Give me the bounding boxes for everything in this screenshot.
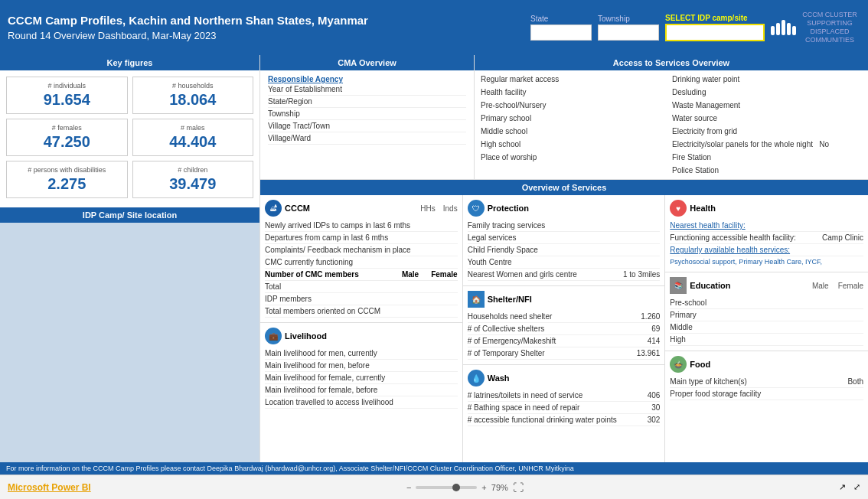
zoom-plus-icon[interactable]: + xyxy=(481,483,486,492)
access-drinking-water: Drinking water point xyxy=(672,73,862,85)
left-panel: Key figures # individuals 91.654 # house… xyxy=(0,55,260,462)
cccm-members-label: Number of CMC members xyxy=(265,270,359,279)
idp-select[interactable]: Todos ▾ xyxy=(665,24,765,41)
shelter-collective: # of Collective shelters69 xyxy=(468,323,661,335)
powerbi-bar: Microsoft Power BI − + 79% ⛶ ↗ ⤢ xyxy=(0,475,868,499)
powerbi-link[interactable]: Microsoft Power BI xyxy=(8,482,91,493)
stat-disabilities-value: 2.275 xyxy=(11,175,122,193)
fit-screen-icon[interactable]: ⛶ xyxy=(513,481,524,494)
shelter-temporary: # of Temporary Shelter13.961 xyxy=(468,347,661,360)
key-figures-header: Key figures xyxy=(0,55,259,70)
food-title: Food xyxy=(690,360,710,369)
access-desluding: Desluding xyxy=(672,86,862,98)
shelter-emergency: # of Emergency/Makeshift414 xyxy=(468,335,661,347)
health-tags: Psychosocial support, Primary Health Car… xyxy=(670,256,863,267)
idp-dropdown-group: SELECT IDP camp/site Todos ▾ xyxy=(665,14,765,41)
expand-icon[interactable]: ⤢ xyxy=(853,482,860,492)
cma-township: Township xyxy=(268,108,466,120)
cccm-title: CCCM xyxy=(285,204,310,213)
top-row: CMA Overview Responsible Agency Year of … xyxy=(260,55,868,180)
cma-agency-link[interactable]: Responsible Agency xyxy=(268,75,466,83)
stat-individuals: # individuals 91.654 xyxy=(6,77,128,114)
zoom-controls: − + 79% ⛶ xyxy=(406,481,524,494)
access-fire: Fire Station xyxy=(672,152,862,163)
livelihood-icon: 💼 xyxy=(265,328,282,344)
livelihood-female-current: Main livelihood for female, currently xyxy=(265,372,458,384)
township-label: Township xyxy=(598,15,659,23)
health-title: Health xyxy=(690,204,716,213)
edu-primary: Primary xyxy=(670,309,863,321)
key-figures-grid: # individuals 91.654 # households 18.064… xyxy=(0,70,259,204)
logo-area: CCCM CLUSTER SUPPORTING DISPLACED COMMUN… xyxy=(771,11,860,44)
people-icon xyxy=(771,20,796,35)
status-text: For more information on the CCCM Camp Pr… xyxy=(6,465,574,472)
stat-females: # females 47.250 xyxy=(6,119,128,156)
cccm-female-label: Female xyxy=(431,270,457,279)
education-icon: 📚 xyxy=(670,277,687,294)
cma-year: Year of Establishment xyxy=(268,83,466,96)
food-subsection: 🍲 Food Main type of kitchen(s)Both Prope… xyxy=(665,351,868,405)
edu-middle: Middle xyxy=(670,321,863,334)
stat-households-label: # households xyxy=(138,82,249,90)
zoom-minus-icon[interactable]: − xyxy=(406,483,411,492)
education-subsection: 📚 Education Male Female Pre-school Prima… xyxy=(665,272,868,351)
health-available: Regularly available health services: xyxy=(670,244,863,256)
access-high: High school xyxy=(481,139,671,150)
idp-label: SELECT IDP camp/site xyxy=(665,14,765,22)
access-preschool: Pre-school/Nursery xyxy=(481,99,671,111)
shelter-title: Shelter/NFI xyxy=(488,295,532,304)
cma-header: CMA Overview xyxy=(260,55,474,70)
stat-individuals-label: # individuals xyxy=(11,82,122,90)
chevron-down-icon: ▾ xyxy=(649,28,654,38)
township-select[interactable]: Todos ▾ xyxy=(598,24,659,41)
wash-icon: 💧 xyxy=(468,370,485,386)
stat-males-value: 44.404 xyxy=(138,133,249,151)
header-controls: State Todos ▾ Township Todos ▾ SELECT ID… xyxy=(530,11,860,44)
access-electricity: Electricity from grid xyxy=(672,126,862,137)
cccm-row-2: Departures from camp in last 6 mths xyxy=(265,232,458,244)
stat-households: # households 18.064 xyxy=(132,77,254,114)
services-header: Overview of Services xyxy=(260,180,868,195)
protection-title: Protection xyxy=(488,204,529,213)
cccm-row-4: CMC currently functioning xyxy=(265,256,458,269)
access-body: Regular market access Drinking water poi… xyxy=(475,70,868,179)
app-wrapper: CCCM Camp Profiles, Kachin and Northern … xyxy=(0,0,868,499)
logo-text: CCCM CLUSTER SUPPORTING DISPLACED COMMUN… xyxy=(799,11,860,44)
protection-cfs: Child Friendly Space xyxy=(468,244,661,256)
state-select[interactable]: Todos ▾ xyxy=(530,24,592,41)
protection-youth: Youth Centre xyxy=(468,256,661,269)
access-primary: Primary school xyxy=(481,113,671,124)
edu-preschool: Pre-school xyxy=(670,297,863,309)
health-functioning: Functioning accessible health facility: … xyxy=(670,232,863,244)
sub-title: Round 14 Overview Dashboard, Mar-May 202… xyxy=(8,30,368,41)
protection-icon: 🛡 xyxy=(468,200,485,217)
stat-males-label: # males xyxy=(138,124,249,132)
health-subsection: ♥ Health Nearest health facility: Functi… xyxy=(665,195,868,272)
col1: 🏕 CCCM HHs Inds Newly arrived IDPs to ca… xyxy=(260,195,463,462)
health-nearest: Nearest health facility: xyxy=(670,220,863,232)
access-solar: Electricity/solar panels for the whole n… xyxy=(672,139,862,150)
idp-section-header: IDP Camp/ Site location xyxy=(0,207,259,223)
toolbar-right: ↗ ⤢ xyxy=(839,482,860,492)
stat-females-label: # females xyxy=(11,124,122,132)
livelihood-subsection: 💼 Livelihood Main livelihood for men, cu… xyxy=(260,323,462,413)
protection-legal: Legal services xyxy=(468,232,661,244)
header-title: CCCM Camp Profiles, Kachin and Northern … xyxy=(8,14,368,41)
livelihood-location: Location travelled to access livelihood xyxy=(265,396,458,409)
share-icon[interactable]: ↗ xyxy=(839,482,846,492)
food-kitchen: Main type of kitchen(s)Both xyxy=(670,376,863,388)
cccm-icon: 🏕 xyxy=(265,200,282,217)
wash-latrines: # latrines/toilets in need of service406 xyxy=(468,390,661,402)
idp-map xyxy=(0,223,259,462)
col3: ♥ Health Nearest health facility: Functi… xyxy=(665,195,868,462)
livelihood-title: Livelihood xyxy=(285,331,327,341)
chevron-down-icon: ▾ xyxy=(582,28,586,38)
header: CCCM Camp Profiles, Kachin and Northern … xyxy=(0,0,868,55)
wash-water-points: # accessible functional drinking water p… xyxy=(468,414,661,426)
stat-disabilities-label: # persons with disabilities xyxy=(11,166,122,174)
main-title: CCCM Camp Profiles, Kachin and Northern … xyxy=(8,14,368,27)
stat-children: # children 39.479 xyxy=(132,161,254,198)
wash-bathing: # Bathing space in need of repair30 xyxy=(468,402,661,414)
zoom-slider[interactable] xyxy=(416,486,477,489)
livelihood-men-before: Main livelihood for men, before xyxy=(265,360,458,372)
